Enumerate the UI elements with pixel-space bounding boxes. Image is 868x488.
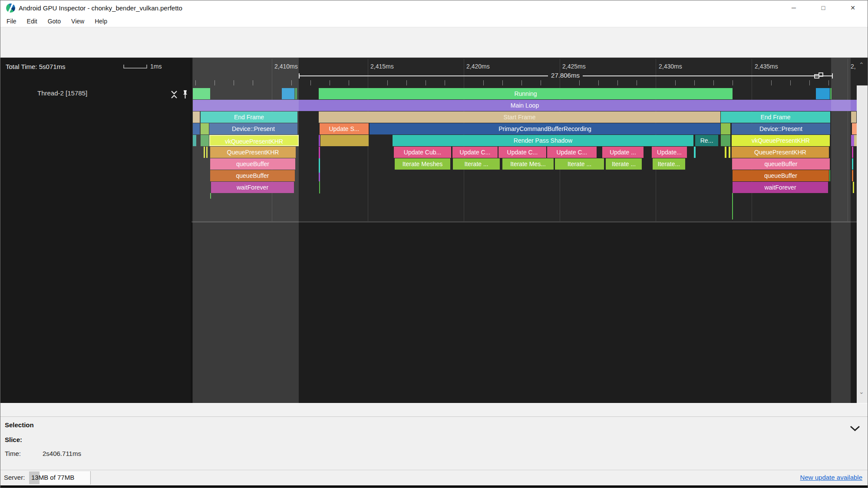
trace-slice[interactable] bbox=[193, 135, 196, 146]
trace-slice-sliver[interactable] bbox=[319, 147, 320, 158]
status-separator bbox=[90, 471, 91, 485]
trace-slice-update-cub[interactable]: Update Cub... bbox=[394, 147, 451, 158]
trace-slice[interactable] bbox=[830, 88, 832, 99]
trace-slice-end-frame[interactable]: End Frame bbox=[721, 111, 830, 123]
trace-slice[interactable] bbox=[296, 88, 297, 99]
trace-slice-sliver[interactable] bbox=[319, 158, 320, 173]
trace-slice[interactable] bbox=[193, 123, 200, 134]
trace-slice[interactable] bbox=[320, 135, 369, 146]
measurement-endcap bbox=[832, 73, 833, 79]
trace-slice[interactable] bbox=[204, 147, 205, 158]
trace-slice-running[interactable]: Running bbox=[319, 88, 733, 99]
trace-slice[interactable] bbox=[721, 135, 730, 146]
trace-slice[interactable] bbox=[816, 88, 830, 99]
title-bar[interactable]: Android GPU Inspector - chonky_bender_vu… bbox=[0, 0, 868, 16]
trace-slice-start-frame[interactable]: Start Frame bbox=[319, 111, 720, 123]
ruler-minor-tick bbox=[809, 80, 810, 85]
ruler-minor-tick bbox=[215, 80, 215, 85]
trace-slice-update[interactable]: Update ... bbox=[602, 147, 644, 158]
trace-slice-queuebuffer[interactable]: queueBuffer bbox=[210, 158, 295, 170]
trace-slice-vkqueuepresentkhr[interactable]: vkQueuePresentKHR bbox=[732, 135, 830, 146]
menu-item-edit[interactable]: Edit bbox=[22, 16, 43, 27]
trace-slice-update-s[interactable]: Update S... bbox=[320, 123, 369, 134]
trace-slice-update-c[interactable]: Update C... bbox=[452, 147, 498, 158]
trace-slice[interactable] bbox=[852, 147, 853, 158]
trace-slice-waitforever[interactable]: waitForever bbox=[733, 182, 828, 193]
trace-slice[interactable] bbox=[319, 135, 320, 146]
trace-slice-queuepresentkhr[interactable]: QueuePresentKHR bbox=[732, 147, 829, 158]
trace-slice[interactable] bbox=[729, 147, 730, 158]
ruler-minor-tick bbox=[349, 80, 349, 85]
trace-slice[interactable] bbox=[853, 182, 854, 193]
trace-slice[interactable] bbox=[851, 135, 854, 146]
scale-label: 1ms bbox=[150, 63, 162, 70]
menu-item-goto[interactable]: Goto bbox=[43, 16, 66, 27]
trace-slice[interactable] bbox=[852, 170, 853, 181]
thread-track-label[interactable]: Thread-2 [15785] bbox=[37, 89, 87, 97]
trace-slice-iterate[interactable]: Iterate ... bbox=[606, 158, 642, 170]
trace-slice[interactable] bbox=[829, 170, 830, 181]
trace-slice-queuebuffer[interactable]: queueBuffer bbox=[210, 170, 295, 181]
status-bar: Server: 13MB of 77MB New update availabl… bbox=[0, 470, 868, 485]
maximize-button[interactable]: □ bbox=[809, 0, 838, 16]
trace-slice[interactable] bbox=[295, 88, 296, 99]
trace-slice-update[interactable]: Update... bbox=[652, 147, 687, 158]
trace-slice[interactable] bbox=[721, 123, 730, 134]
trace-slice-sliver[interactable] bbox=[319, 173, 320, 181]
trace-slice-waitforever[interactable]: waitForever bbox=[211, 182, 294, 193]
menu-item-file[interactable]: File bbox=[1, 16, 22, 27]
ruler-tick-label: 2,435ms bbox=[755, 63, 778, 70]
update-link[interactable]: New update available bbox=[800, 474, 862, 481]
trace-slice-queuepresentkhr[interactable]: QueuePresentKHR bbox=[210, 147, 296, 158]
close-button[interactable]: ✕ bbox=[838, 0, 868, 16]
trace-slice[interactable] bbox=[193, 88, 210, 99]
trace-slice-sliver[interactable] bbox=[210, 193, 211, 199]
collapse-panel-icon[interactable] bbox=[849, 426, 861, 432]
trace-slice[interactable] bbox=[206, 147, 208, 158]
trace-slice-iterate[interactable]: Iterate ... bbox=[453, 158, 500, 170]
trace-slice-update-c[interactable]: Update C... bbox=[547, 147, 597, 158]
horizontal-scrollbar[interactable]: ‹ › bbox=[0, 403, 868, 416]
menu-item-help[interactable]: Help bbox=[89, 16, 112, 27]
ruler-minor-tick bbox=[675, 80, 676, 85]
trace-slice[interactable] bbox=[201, 123, 209, 134]
trace-slice-queuebuffer[interactable]: queueBuffer bbox=[732, 158, 830, 170]
trace-slice-vkqueuepresentkhr[interactable]: vkQueuePresentKHR bbox=[209, 135, 299, 146]
trace-slice[interactable] bbox=[201, 135, 209, 146]
collapse-track-icon[interactable] bbox=[170, 90, 178, 99]
total-time-label: Total Time: 5s071ms bbox=[6, 63, 66, 70]
ruler-minor-tick bbox=[310, 80, 311, 85]
timing-cursor-icon[interactable] bbox=[813, 71, 825, 83]
trace-slice[interactable] bbox=[193, 111, 200, 123]
menu-item-view[interactable]: View bbox=[66, 16, 89, 27]
scroll-up-icon[interactable]: ⌃ bbox=[859, 61, 864, 68]
trace-slice[interactable] bbox=[851, 111, 856, 123]
time-value: 2s406.711ms bbox=[43, 450, 81, 457]
minimize-button[interactable]: ─ bbox=[779, 0, 809, 16]
trace-slice-main-loop[interactable]: Main Loop bbox=[193, 100, 857, 111]
trace-slice-iterate-mes[interactable]: Iterate Mes... bbox=[502, 158, 554, 170]
trace-slice-re[interactable]: Re... bbox=[695, 135, 718, 146]
trace-slice-iterate-meshes[interactable]: Iterate Meshes bbox=[395, 158, 450, 170]
trace-slice-device-present[interactable]: Device::Present bbox=[209, 123, 297, 134]
trace-slice[interactable] bbox=[282, 88, 294, 99]
timeline-panel[interactable]: 2,410ms2,415ms2,420ms2,425ms2,430ms2,435… bbox=[0, 58, 868, 403]
trace-slice-sliver[interactable] bbox=[319, 181, 320, 193]
trace-slice[interactable] bbox=[852, 158, 853, 170]
track-header-column: Total Time: 5s071ms 1ms Thread-2 [15785] bbox=[0, 58, 191, 403]
trace-slice-sliver[interactable] bbox=[732, 193, 733, 219]
scroll-down-icon[interactable]: ⌄ bbox=[859, 388, 864, 395]
trace-slice-queuebuffer[interactable]: queueBuffer bbox=[733, 170, 829, 181]
trace-slice[interactable] bbox=[694, 147, 696, 158]
trace-slice-render-pass-shadow[interactable]: Render Pass Shadow bbox=[393, 135, 693, 146]
trace-slice-device-present[interactable]: Device::Present bbox=[732, 123, 830, 134]
pin-track-icon[interactable] bbox=[181, 89, 189, 100]
ruler-tick-label: 2,410ms bbox=[274, 63, 298, 70]
trace-slice-update-c[interactable]: Update C... bbox=[498, 147, 546, 158]
trace-slice[interactable] bbox=[725, 147, 726, 158]
trace-slice-end-frame[interactable]: End Frame bbox=[201, 111, 297, 123]
vertical-scrollbar[interactable] bbox=[857, 58, 868, 403]
trace-slice-primarycommandbufferrecording[interactable]: PrimaryCommandBufferRecording bbox=[370, 123, 720, 134]
trace-slice-iterate[interactable]: Iterate... bbox=[653, 158, 685, 170]
trace-slice-iterate[interactable]: Iterate ... bbox=[555, 158, 604, 170]
